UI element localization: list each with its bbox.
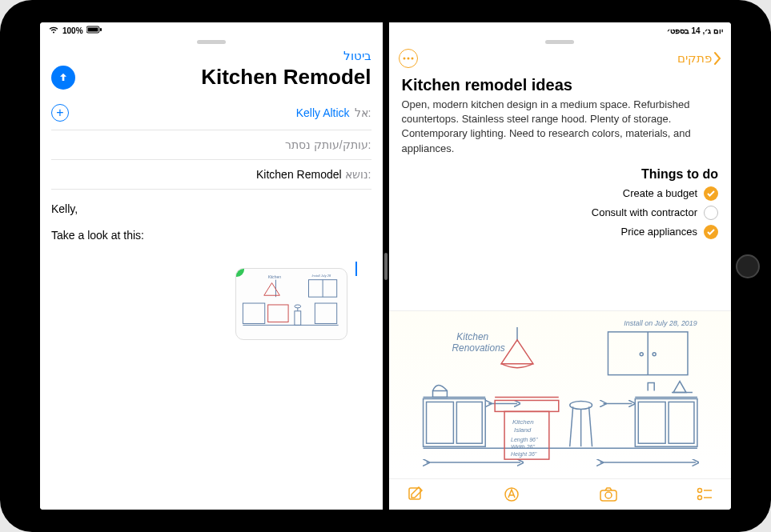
- svg-point-15: [403, 58, 405, 60]
- todo-item[interactable]: Create a budget: [623, 186, 718, 201]
- svg-line-33: [569, 406, 572, 446]
- svg-rect-19: [426, 402, 453, 443]
- check-icon: [707, 228, 715, 236]
- cc-field[interactable]: עותק/עותק נסתר:: [51, 130, 371, 160]
- todo-label: Create a budget: [623, 187, 697, 199]
- svg-rect-24: [638, 402, 665, 443]
- add-recipient-button[interactable]: +: [51, 104, 69, 122]
- mail-body[interactable]: Kelly, Take a look at this: +: [40, 190, 383, 510]
- note-body[interactable]: Open, modern kitchen design in a medium …: [402, 98, 719, 156]
- subject-field[interactable]: Kitchen Remodel נושא:: [51, 160, 371, 190]
- svg-rect-4: [315, 303, 336, 323]
- back-label: פתקים: [677, 51, 712, 66]
- todo-list: Create a budget Consult with contractor …: [402, 186, 719, 239]
- arrow-up-icon: [57, 71, 70, 84]
- svg-rect-12: [267, 305, 287, 322]
- chevron-right-icon: [714, 52, 721, 65]
- todo-checkbox[interactable]: [704, 186, 718, 201]
- svg-rect-2: [100, 28, 102, 31]
- svg-point-16: [407, 58, 409, 60]
- checklist-icon: [697, 487, 713, 502]
- camera-button[interactable]: [600, 486, 617, 503]
- svg-point-31: [653, 353, 656, 356]
- back-button[interactable]: פתקים: [677, 51, 721, 66]
- compose-icon: [408, 486, 424, 502]
- svg-text:Height  36": Height 36": [511, 451, 537, 458]
- to-field[interactable]: + Kelly Altick אל:: [51, 96, 371, 130]
- sketch-date-text: Install on July 28, 2019: [624, 319, 697, 327]
- status-date: יום ג׳, 14 בספט׳: [667, 26, 723, 35]
- svg-rect-8: [294, 311, 300, 326]
- ipad-frame: 100% ביטול Kitchen Remodel: [0, 0, 771, 532]
- ellipsis-icon: [403, 57, 414, 60]
- todo-heading: Things to do: [402, 167, 719, 182]
- svg-point-10: [294, 305, 300, 308]
- todo-item[interactable]: Consult with contractor: [592, 206, 718, 220]
- cancel-button[interactable]: ביטול: [343, 49, 371, 63]
- note-title[interactable]: Kitchen remodel ideas: [402, 76, 719, 94]
- to-label: אל:: [355, 106, 371, 119]
- svg-point-30: [640, 353, 643, 356]
- todo-label: Price appliances: [621, 226, 697, 238]
- battery-percent: 100%: [62, 26, 83, 35]
- svg-text:Kitchen: Kitchen: [512, 418, 534, 426]
- split-view-divider[interactable]: [383, 22, 389, 510]
- notes-toolbar: [389, 478, 732, 510]
- sketch-title-text: Kitchen: [456, 331, 488, 342]
- svg-text:Kitchen: Kitchen: [267, 275, 281, 279]
- svg-rect-20: [456, 402, 482, 443]
- svg-point-17: [411, 58, 413, 60]
- svg-text:Install July 28: Install July 28: [311, 274, 331, 278]
- todo-item[interactable]: Price appliances: [621, 225, 718, 239]
- svg-rect-42: [495, 400, 559, 411]
- mail-title: Kitchen Remodel: [78, 65, 371, 90]
- svg-line-34: [588, 406, 592, 446]
- sketch-title-text2: Renovations: [452, 342, 504, 354]
- screen: 100% ביטול Kitchen Remodel: [40, 22, 731, 510]
- battery-icon: [86, 26, 102, 35]
- cc-label: עותק/עותק נסתר:: [285, 138, 371, 151]
- wifi-icon: [48, 26, 59, 35]
- checklist-button[interactable]: [696, 486, 713, 503]
- svg-text:Island: Island: [514, 426, 532, 434]
- svg-point-54: [698, 489, 702, 493]
- mail-pane: 100% ביטול Kitchen Remodel: [40, 22, 383, 510]
- status-bar-left: 100%: [40, 22, 383, 38]
- svg-text:Length  96": Length 96": [511, 437, 538, 443]
- check-icon: [707, 190, 715, 198]
- svg-rect-18: [423, 398, 485, 446]
- markup-icon: [504, 486, 520, 502]
- to-value[interactable]: Kelly Altick: [296, 106, 350, 119]
- todo-checkbox[interactable]: [704, 206, 718, 220]
- todo-label: Consult with contractor: [592, 206, 697, 218]
- svg-rect-23: [635, 398, 697, 446]
- svg-rect-3: [243, 303, 264, 323]
- svg-text:Width   26": Width 26": [511, 444, 535, 450]
- status-bar-right: יום ג׳, 14 בספט׳: [389, 22, 732, 38]
- svg-rect-25: [669, 402, 694, 443]
- notes-pane: יום ג׳, 14 בספט׳ פתקים Kitchen remodel i…: [389, 22, 732, 510]
- split-grip-icon: [384, 253, 388, 280]
- svg-point-56: [698, 496, 702, 500]
- svg-rect-1: [87, 28, 98, 32]
- more-options-button[interactable]: [399, 49, 418, 68]
- svg-point-53: [605, 492, 612, 498]
- compose-button[interactable]: [407, 486, 424, 503]
- camera-icon: [600, 487, 617, 502]
- markup-button[interactable]: [503, 486, 520, 503]
- attachment-thumbnail[interactable]: +: [235, 268, 347, 340]
- svg-rect-22: [432, 391, 447, 398]
- todo-checkbox[interactable]: [704, 225, 718, 239]
- text-cursor: [355, 262, 357, 276]
- sketch-canvas[interactable]: Kitchen Renovations Install on July 28, …: [389, 310, 732, 478]
- send-button[interactable]: [51, 66, 75, 90]
- home-button[interactable]: [736, 254, 760, 278]
- body-line: Take a look at this:: [51, 227, 371, 244]
- subject-value: Kitchen Remodel: [256, 168, 342, 181]
- subject-label: נושא:: [345, 168, 371, 181]
- greeting-line: Kelly,: [51, 201, 371, 218]
